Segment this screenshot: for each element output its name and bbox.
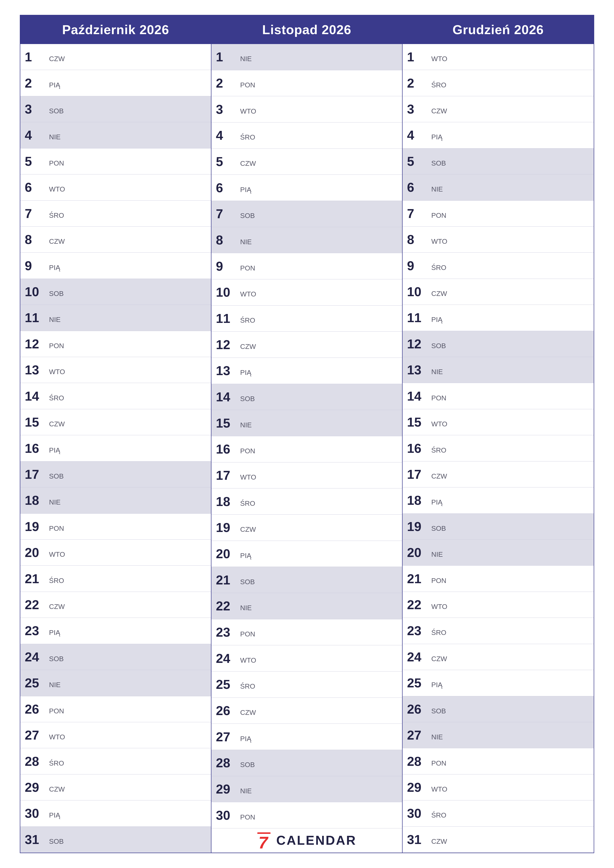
day-name: PIĄ	[49, 264, 60, 272]
day-row: 7ŚRO	[20, 201, 211, 227]
day-number: 18	[216, 495, 238, 508]
day-row: 11ŚRO	[211, 305, 402, 332]
day-number: 19	[216, 521, 238, 534]
day-name: SOB	[431, 707, 446, 715]
day-name: ŚRO	[49, 394, 64, 402]
day-row: 1WTO	[403, 44, 594, 70]
day-name: PON	[431, 577, 446, 585]
day-name: SOB	[49, 290, 64, 298]
day-name: ŚRO	[431, 81, 446, 89]
day-row: 4ŚRO	[211, 122, 402, 149]
day-number: 27	[216, 730, 238, 743]
day-number: 30	[216, 809, 238, 822]
day-name: WTO	[431, 55, 448, 63]
day-name: CZW	[431, 290, 447, 298]
day-row: 23PON	[211, 619, 402, 646]
day-row: 10CZW	[403, 279, 594, 305]
day-name: WTO	[240, 107, 256, 115]
day-row: 21SOB	[211, 567, 402, 593]
day-name: PIĄ	[431, 681, 442, 689]
day-name: PIĄ	[240, 735, 251, 743]
day-name: WTO	[431, 785, 448, 793]
day-name: SOB	[240, 761, 255, 769]
day-row: 14PON	[403, 383, 594, 409]
month-header-1: Listopad 2026	[211, 16, 402, 44]
day-name: SOB	[431, 342, 446, 350]
day-number: 4	[407, 129, 429, 141]
day-number: 28	[216, 756, 238, 769]
day-number: 17	[407, 468, 429, 481]
day-name: PON	[240, 447, 255, 455]
day-number: 27	[407, 729, 429, 742]
day-name: CZW	[49, 237, 65, 245]
day-row: 15NIE	[211, 410, 402, 436]
day-name: CZW	[240, 343, 256, 350]
day-number: 1	[407, 51, 429, 64]
day-name: NIE	[431, 185, 443, 193]
day-number: 1	[25, 51, 47, 64]
day-number: 26	[216, 704, 238, 717]
day-row: 18NIE	[20, 487, 211, 513]
day-name: NIE	[49, 681, 61, 689]
day-name: WTO	[431, 237, 448, 245]
day-row: 25PIĄ	[403, 670, 594, 696]
day-name: SOB	[431, 525, 446, 532]
day-name: NIE	[240, 604, 252, 612]
day-row: 22NIE	[211, 593, 402, 619]
day-name: SOB	[49, 107, 64, 115]
day-row: 24WTO	[211, 645, 402, 671]
day-number: 4	[216, 129, 238, 142]
day-row: 10WTO	[211, 279, 402, 305]
day-name: ŚRO	[240, 316, 255, 324]
day-row: 2ŚRO	[403, 70, 594, 96]
day-row: 29WTO	[403, 775, 594, 800]
day-number: 15	[25, 416, 47, 429]
day-number: 12	[216, 338, 238, 351]
day-row: 27NIE	[403, 722, 594, 748]
day-number: 9	[25, 259, 47, 272]
day-number: 23	[25, 624, 47, 637]
logo-text: CALENDAR	[276, 833, 356, 848]
day-name: WTO	[240, 290, 256, 298]
day-number: 2	[216, 77, 238, 90]
day-row: 2PON	[211, 70, 402, 96]
day-number: 13	[216, 364, 238, 377]
day-row: 9PIĄ	[20, 253, 211, 279]
day-name: CZW	[431, 655, 447, 663]
day-row: 6PIĄ	[211, 175, 402, 201]
day-name: CZW	[49, 603, 65, 611]
day-name: ŚRO	[240, 499, 255, 507]
day-name: PON	[240, 264, 255, 272]
day-name: PIĄ	[240, 186, 251, 194]
month-col-1: Listopad 20261NIE2PON3WTO4ŚRO5CZW6PIĄ7SO…	[211, 16, 403, 852]
day-row: 9ŚRO	[403, 253, 594, 279]
day-name: WTO	[240, 473, 256, 481]
day-name: PON	[240, 630, 255, 638]
day-row: 1NIE	[211, 44, 402, 70]
day-number: 25	[407, 676, 429, 689]
day-row: 13PIĄ	[211, 358, 402, 384]
day-number: 19	[25, 520, 47, 533]
day-name: PIĄ	[49, 629, 60, 637]
day-number: 10	[25, 285, 47, 298]
day-name: SOB	[49, 655, 64, 663]
day-number: 8	[216, 234, 238, 246]
day-row: 28SOB	[211, 750, 402, 776]
day-number: 23	[407, 624, 429, 637]
day-name: CZW	[431, 107, 447, 115]
day-number: 4	[25, 129, 47, 141]
day-name: ŚRO	[431, 629, 446, 637]
day-name: SOB	[240, 212, 255, 220]
day-row: 5CZW	[211, 149, 402, 175]
day-row: 27PIĄ	[211, 724, 402, 750]
page: Październik 20261CZW2PIĄ3SOB4NIE5PON6WTO…	[0, 0, 614, 868]
day-name: PON	[49, 160, 64, 167]
day-number: 7	[216, 207, 238, 220]
day-number: 22	[407, 598, 429, 611]
day-number: 17	[25, 468, 47, 481]
day-name: WTO	[49, 733, 65, 741]
day-number: 16	[216, 443, 238, 456]
month-col-0: Październik 20261CZW2PIĄ3SOB4NIE5PON6WTO…	[20, 16, 211, 852]
day-row: 20WTO	[20, 539, 211, 566]
day-row: 17CZW	[403, 462, 594, 487]
